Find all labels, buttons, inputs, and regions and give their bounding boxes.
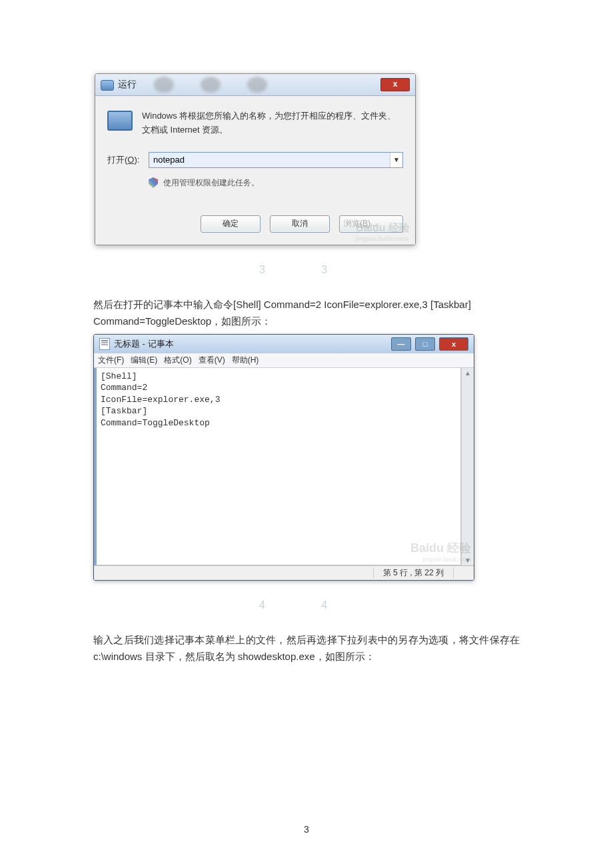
run-icon: [101, 80, 114, 91]
notepad-title-text: 无标题 - 记事本: [114, 338, 174, 350]
page-number: 3: [0, 824, 613, 835]
scrollbar[interactable]: ▲ ▼: [461, 368, 474, 565]
notepad-window: 无标题 - 记事本 — □ x 文件(F) 编辑(E) 格式(O) 查看(V) …: [93, 334, 474, 581]
run-dialog: 运行 x Windows 将根据您所输入的名称，为您打开相应的程序、文件夹、文档…: [95, 73, 416, 245]
menu-format[interactable]: 格式(O): [164, 355, 191, 366]
menu-edit[interactable]: 编辑(E): [131, 355, 157, 366]
notepad-menubar: 文件(F) 编辑(E) 格式(O) 查看(V) 帮助(H): [94, 353, 474, 368]
dropdown-arrow-icon[interactable]: ▼: [390, 153, 402, 167]
run-title-text: 运行: [118, 79, 137, 91]
run-titlebar[interactable]: 运行 x: [95, 74, 415, 96]
menu-file[interactable]: 文件(F): [98, 355, 124, 366]
watermark: Baidu 经验 jingyan.baidu.com: [356, 221, 410, 242]
notepad-icon: [99, 338, 110, 350]
titlebar-blur-bg: [141, 77, 376, 93]
run-large-icon: [107, 111, 133, 131]
open-combobox[interactable]: ▼: [149, 152, 403, 168]
scroll-up-icon[interactable]: ▲: [464, 369, 471, 377]
notepad-statusbar: 第 5 行 , 第 22 列: [94, 565, 474, 580]
admin-note: 使用管理权限创建此任务。: [149, 177, 403, 189]
run-description: Windows 将根据您所输入的名称，为您打开相应的程序、文件夹、文档或 Int…: [142, 109, 403, 137]
cursor-position: 第 5 行 , 第 22 列: [373, 567, 453, 579]
step-marker-3: 3 3: [93, 245, 520, 296]
step-marker-4: 4 4: [93, 581, 520, 631]
admin-note-text: 使用管理权限创建此任务。: [163, 177, 259, 189]
watermark: Baidu 经验 jingyan.baidu.com: [410, 540, 471, 563]
ok-button[interactable]: 确定: [201, 215, 261, 233]
maximize-button[interactable]: □: [415, 337, 435, 351]
notepad-titlebar[interactable]: 无标题 - 记事本 — □ x: [94, 335, 474, 353]
minimize-button[interactable]: —: [391, 337, 411, 351]
instruction-paragraph-1: 然后在打开的记事本中输入命令[Shell] Command=2 IconFile…: [93, 296, 520, 330]
menu-help[interactable]: 帮助(H): [232, 355, 259, 366]
instruction-paragraph-2: 输入之后我们选择记事本菜单栏上的文件，然后再选择下拉列表中的另存为选项，将文件保…: [93, 631, 520, 665]
notepad-editor[interactable]: [Shell] Command=2 IconFile=explorer.exe,…: [94, 368, 461, 565]
close-button[interactable]: x: [439, 337, 468, 351]
open-input[interactable]: [149, 153, 390, 167]
menu-view[interactable]: 查看(V): [199, 355, 225, 366]
cancel-button[interactable]: 取消: [270, 215, 330, 233]
open-label: 打开(O):: [107, 154, 142, 166]
shield-icon: [149, 177, 158, 188]
close-button[interactable]: x: [380, 78, 410, 91]
